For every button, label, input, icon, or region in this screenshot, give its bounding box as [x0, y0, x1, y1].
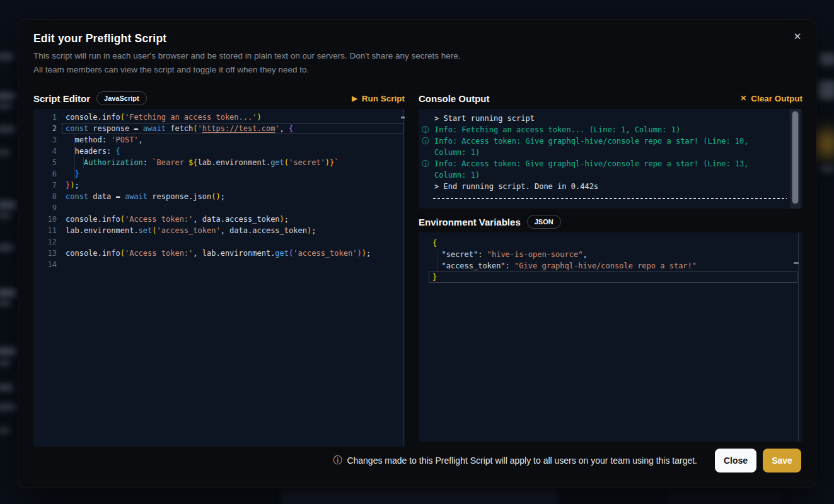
- code-line[interactable]: 10console.info('Access token:', data.acc…: [33, 214, 405, 225]
- code-line[interactable]: 3 method: 'POST',: [33, 134, 405, 146]
- console-output-title: Console Output: [419, 93, 490, 104]
- close-button[interactable]: Close: [715, 449, 756, 472]
- modal-description-line-2: All team members can view the script and…: [33, 63, 460, 77]
- backdrop-blur-shape: [0, 53, 14, 60]
- modal-title: Edit your Preflight Script: [33, 32, 166, 45]
- code-line[interactable]: 14: [33, 259, 405, 270]
- line-number: 4: [33, 146, 62, 157]
- line-number: 5: [33, 157, 62, 168]
- line-number: 11: [33, 225, 62, 236]
- code-line[interactable]: 2const response = await fetch('https://t…: [33, 123, 405, 134]
- screen: ✕ Edit your Preflight Script This script…: [0, 0, 834, 504]
- modal-description-line-1: This script will run in each user's brow…: [33, 49, 460, 63]
- backdrop-blur-shape: [0, 360, 11, 366]
- backdrop-blur-shape: [820, 53, 834, 66]
- console-header: Console Output ✕ Clear Output: [419, 91, 802, 106]
- backdrop-blur-shape: [0, 149, 11, 156]
- backdrop-blur-shape: [0, 403, 16, 411]
- run-script-button[interactable]: ▶ Run Script: [352, 94, 405, 103]
- info-icon: ⓘ: [422, 135, 434, 147]
- info-icon: ⓘ: [422, 158, 434, 169]
- preflight-script-modal: ✕ Edit your Preflight Script This script…: [18, 19, 816, 488]
- play-icon: ▶: [352, 95, 357, 102]
- line-number: 14: [33, 259, 62, 270]
- code-line[interactable]: 5 Authorization: `Bearer ${lab.environme…: [33, 157, 405, 168]
- line-number: 8: [33, 191, 62, 202]
- backdrop-blur-shape: [0, 384, 14, 391]
- backdrop-blur-shape: [0, 300, 11, 306]
- footer-note-text: Changes made to this Preflight Script wi…: [347, 455, 697, 466]
- console-info-line: ⓘInfo: Access token: Give graphql-hive/c…: [422, 158, 777, 181]
- info-icon: ⓘ: [422, 124, 434, 135]
- footer-note: ⓘ Changes made to this Preflight Script …: [333, 455, 697, 466]
- env-json-line[interactable]: "secret": "hive-is-open-source",: [419, 249, 802, 260]
- backdrop-blur-shape: [818, 81, 834, 100]
- close-icon[interactable]: ✕: [789, 28, 806, 45]
- modal-description: This script will run in each user's brow…: [33, 49, 460, 77]
- close-icon: ✕: [740, 94, 746, 102]
- script-editor[interactable]: 1console.info('Fetching an access token.…: [33, 109, 405, 447]
- backdrop-blur-shape: [0, 92, 15, 100]
- line-number: 2: [33, 123, 62, 134]
- save-button[interactable]: Save: [763, 449, 801, 472]
- environment-variables-editor[interactable]: { "secret": "hive-is-open-source", "acce…: [419, 232, 802, 442]
- code-line[interactable]: 12: [33, 236, 405, 248]
- backdrop-blur-shape: [0, 427, 10, 433]
- line-number: 1: [33, 112, 62, 123]
- environment-variables-header: Environment Variables JSON: [419, 214, 802, 229]
- line-number: 6: [33, 168, 62, 180]
- line-number: 7: [33, 180, 62, 191]
- line-number: 3: [33, 134, 62, 146]
- console-info-line: ⓘInfo: Fetching an access token... (Line…: [422, 124, 777, 135]
- backdrop-blur-shape: [0, 289, 16, 297]
- run-script-label: Run Script: [362, 94, 405, 103]
- backdrop-blur-shape: [0, 212, 12, 219]
- code-line[interactable]: 8const data = await response.json();: [33, 191, 405, 202]
- env-json-line[interactable]: }: [419, 272, 802, 283]
- code-line[interactable]: 9: [33, 202, 405, 214]
- line-number: 12: [33, 236, 62, 248]
- language-badge: JavaScript: [96, 91, 147, 105]
- clear-output-button[interactable]: ✕ Clear Output: [740, 94, 802, 103]
- backdrop-panel: [668, 491, 782, 504]
- code-line[interactable]: 11lab.environment.set('access_token', da…: [33, 225, 405, 236]
- line-number: 10: [33, 214, 62, 225]
- console-separator: [433, 198, 787, 199]
- scrollbar[interactable]: [790, 109, 801, 209]
- backdrop-panel: [281, 489, 558, 504]
- line-number: 13: [33, 248, 62, 259]
- environment-variables-title: Environment Variables: [419, 217, 521, 227]
- script-editor-header: Script Editor JavaScript ▶ Run Script: [33, 91, 405, 106]
- code-line[interactable]: 6 }: [33, 168, 405, 180]
- scrollbar-thumb[interactable]: [792, 111, 799, 204]
- backdrop-blur-shape: [0, 103, 13, 109]
- code-line[interactable]: 13console.info('Access token:', lab.envi…: [33, 248, 405, 259]
- backdrop-glow: [816, 129, 834, 158]
- code-line[interactable]: 4 headers: {: [33, 146, 405, 157]
- code-line[interactable]: 7});: [33, 180, 405, 191]
- line-number: 9: [33, 202, 62, 214]
- backdrop-blur-shape: [0, 347, 16, 356]
- console-log-line: > Start running script: [422, 113, 777, 124]
- console-log-line: > End running script. Done in 0.442s: [422, 181, 777, 192]
- clear-output-label: Clear Output: [751, 94, 802, 103]
- modal-footer: ⓘ Changes made to this Preflight Script …: [33, 449, 801, 472]
- console-output-panel[interactable]: > Start running scriptⓘInfo: Fetching an…: [419, 109, 802, 209]
- console-info-line: ⓘInfo: Access token: Give graphql-hive/c…: [422, 135, 777, 158]
- env-json-line[interactable]: {: [419, 238, 802, 249]
- backdrop-blur-shape: [0, 200, 16, 210]
- script-editor-title: Script Editor: [33, 93, 90, 104]
- info-icon: ⓘ: [333, 455, 342, 466]
- json-badge: JSON: [527, 215, 561, 229]
- backdrop-blur-shape: [0, 125, 15, 133]
- env-json-line[interactable]: "access_token": "Give graphql-hive/conso…: [419, 260, 802, 272]
- code-line[interactable]: 1console.info('Fetching an access token.…: [33, 112, 405, 123]
- backdrop-blur-shape: [0, 244, 14, 251]
- backdrop-blur-shape: [820, 165, 834, 173]
